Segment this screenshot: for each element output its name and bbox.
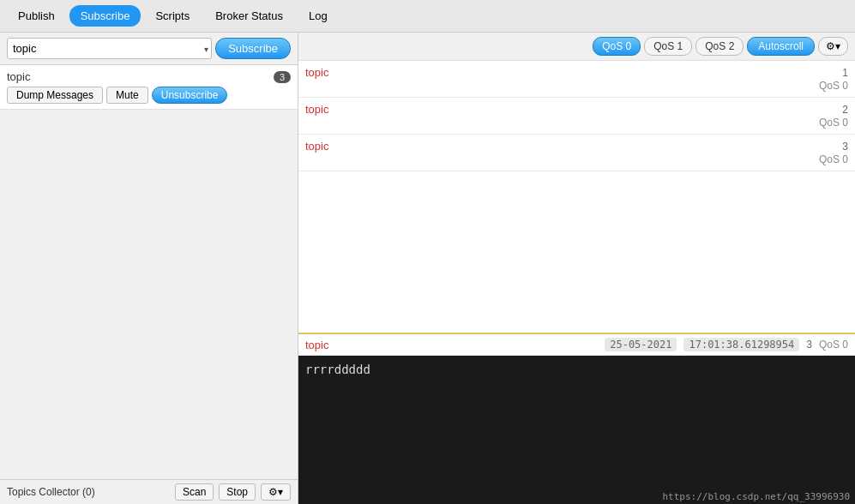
main-layout: ▾ Subscribe topic 3 Dump Messages Mute U… [0, 33, 855, 504]
subscribe-bar: ▾ Subscribe [0, 33, 298, 65]
topic-input-wrap: ▾ [7, 38, 212, 59]
tab-publish[interactable]: Publish [7, 5, 66, 27]
detail-topic: topic [305, 339, 328, 351]
detail-timestamp-time: 17:01:38.61298954 [683, 338, 799, 351]
detail-body[interactable]: rrrrddddd [298, 356, 855, 489]
message-qos-3: QoS 0 [819, 153, 848, 165]
subscribe-button[interactable]: Subscribe [215, 38, 291, 59]
detail-meta: 25-05-2021 17:01:38.61298954 3 QoS 0 [605, 338, 848, 351]
mute-button[interactable]: Mute [106, 87, 148, 104]
message-num-1: 1 [842, 67, 848, 79]
tab-subscribe[interactable]: Subscribe [69, 5, 141, 27]
detail-footer: https://blog.csdp.net/qq_33996930 [298, 489, 855, 504]
message-topic-2: topic [305, 103, 328, 116]
message-item-3[interactable]: topic 3 QoS 0 [298, 135, 855, 171]
subscription-item: topic 3 Dump Messages Mute Unsubscribe [0, 65, 298, 110]
detail-header: topic 25-05-2021 17:01:38.61298954 3 QoS… [298, 334, 855, 356]
message-item-1[interactable]: topic 1 QoS 0 [298, 61, 855, 98]
settings-button[interactable]: ⚙▾ [818, 37, 848, 56]
detail-qos: QoS 0 [819, 339, 848, 351]
detail-url: https://blog.csdp.net/qq_33996930 [662, 491, 850, 502]
topic-input[interactable] [7, 38, 212, 59]
topics-collector-label: Topics Collector (0) [7, 486, 170, 498]
subscription-count-badge: 3 [274, 71, 291, 83]
detail-body-text: rrrrddddd [305, 363, 370, 376]
right-toolbar: QoS 0 QoS 1 QoS 2 Autoscroll ⚙▾ [298, 33, 855, 61]
subscription-actions: Dump Messages Mute Unsubscribe [7, 87, 291, 104]
scan-button[interactable]: Scan [175, 483, 214, 501]
message-num-3: 3 [842, 141, 848, 153]
dropdown-arrow-icon[interactable]: ▾ [204, 44, 208, 53]
qos0-button[interactable]: QoS 0 [593, 37, 641, 56]
tab-scripts[interactable]: Scripts [144, 5, 201, 27]
right-panel: QoS 0 QoS 1 QoS 2 Autoscroll ⚙▾ topic 1 … [298, 33, 855, 504]
topics-collector: Topics Collector (0) Scan Stop ⚙▾ [0, 479, 298, 504]
message-topic-3: topic [305, 140, 328, 153]
tab-log[interactable]: Log [298, 5, 339, 27]
stop-button[interactable]: Stop [219, 483, 256, 501]
collector-gear-button[interactable]: ⚙▾ [261, 483, 291, 501]
left-panel: ▾ Subscribe topic 3 Dump Messages Mute U… [0, 33, 298, 504]
detail-timestamp-date: 25-05-2021 [605, 338, 677, 351]
qos2-button[interactable]: QoS 2 [695, 37, 744, 56]
unsubscribe-button[interactable]: Unsubscribe [152, 87, 228, 104]
detail-num: 3 [806, 339, 812, 351]
top-nav: Publish Subscribe Scripts Broker Status … [0, 0, 855, 33]
message-topic-1: topic [305, 66, 328, 79]
message-num-2: 2 [842, 104, 848, 116]
qos1-button[interactable]: QoS 1 [644, 37, 692, 56]
message-item-2[interactable]: topic 2 QoS 0 [298, 98, 855, 135]
autoscroll-button[interactable]: Autoscroll [747, 37, 815, 56]
message-detail: topic 25-05-2021 17:01:38.61298954 3 QoS… [298, 333, 855, 504]
message-qos-1: QoS 0 [819, 80, 848, 92]
message-list: topic 1 QoS 0 topic 2 QoS 0 topic [298, 61, 855, 333]
subscription-header: topic 3 [7, 70, 291, 83]
message-qos-2: QoS 0 [819, 117, 848, 129]
tab-broker-status[interactable]: Broker Status [204, 5, 294, 27]
subscription-topic-label: topic [7, 70, 30, 83]
dump-messages-button[interactable]: Dump Messages [7, 87, 103, 104]
